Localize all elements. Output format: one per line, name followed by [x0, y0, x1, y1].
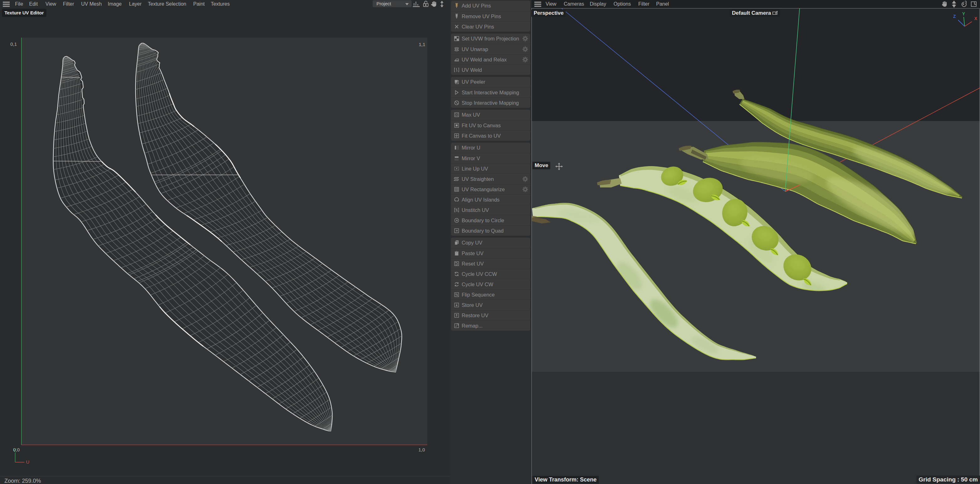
svg-text:Y: Y: [962, 11, 965, 16]
svg-text:0,0: 0,0: [13, 447, 20, 452]
svg-text:Zoom: 259.0%: Zoom: 259.0%: [5, 478, 41, 484]
svg-text:Z: Z: [953, 14, 956, 19]
svg-text:X: X: [974, 16, 977, 21]
svg-text:1,0: 1,0: [418, 447, 425, 452]
svg-text:U: U: [26, 459, 29, 465]
svg-text:0,1: 0,1: [10, 42, 17, 47]
svg-text:1,1: 1,1: [419, 42, 425, 47]
